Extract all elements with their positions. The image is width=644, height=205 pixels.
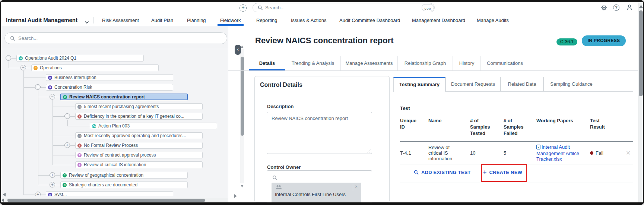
tab-relationship-graph[interactable]: Relationship Graph: [398, 56, 453, 70]
tree-node-concentration-risk[interactable]: RConcentration Risk: [46, 84, 173, 91]
tree-connector: [53, 136, 75, 136]
excel-file-icon: x: [536, 145, 540, 151]
tab-manage-assessments[interactable]: Manage Assessments: [341, 56, 398, 70]
tab-document-requests[interactable]: Document Requests: [445, 77, 501, 91]
tree-connector: [38, 97, 50, 97]
tree-node-operations[interactable]: POperations: [31, 64, 159, 71]
nav-item-fieldwork[interactable]: Fieldwork: [218, 16, 244, 24]
scroll-left-icon[interactable]: [1, 198, 4, 202]
tab-related-data[interactable]: Related Data: [501, 77, 543, 91]
annotation-highlight-rectangle: [481, 164, 527, 182]
tree-connector: [67, 120, 68, 126]
tree-connector: [38, 91, 38, 185]
nav-item-issues-actions[interactable]: Issues & Actions: [288, 16, 329, 24]
working-paper-link[interactable]: x Internal Audit Management Artilce Trac…: [536, 144, 589, 162]
tree-connector: [38, 175, 50, 176]
tree-node-strategic-charters-are-documented[interactable]: CStrategic charters are documented: [60, 182, 188, 188]
collapse-panel-handle[interactable]: ‹: [235, 45, 241, 55]
column-header-label: Name: [428, 117, 466, 124]
collapse-toggle[interactable]: −: [64, 113, 70, 119]
code-badge: C-36.1: [556, 38, 577, 45]
app-title[interactable]: Internal Audit Management: [6, 17, 77, 23]
tree-node-review-of-geographical-concentration[interactable]: CReview of geographical concentration: [60, 172, 188, 179]
control-icon: C: [63, 183, 67, 187]
expand-toggle[interactable]: +: [35, 192, 41, 196]
expand-toggle[interactable]: +: [64, 142, 70, 148]
nav-item-management-dashboard[interactable]: Management Dashboard: [409, 16, 468, 24]
status-badge[interactable]: IN PROGRESS: [582, 35, 626, 46]
tree-node-label: Action Plan 003: [98, 123, 130, 129]
scroll-right-icon[interactable]: [234, 194, 237, 198]
expand-toggle[interactable]: +: [50, 182, 55, 187]
corrective-action-icon: CA: [92, 124, 96, 128]
collapse-toggle[interactable]: −: [35, 84, 41, 90]
column-header-of-samples-tested: # of Samples Tested: [470, 117, 504, 136]
tree-node-business-interruption[interactable]: RBusiness Interruption: [46, 74, 173, 81]
tree-node-no-formal-review-process[interactable]: INo Formal Review Process: [75, 142, 203, 149]
audit-icon: IA: [19, 56, 23, 60]
add-existing-test-button[interactable]: ADD EXISTING TEST: [414, 168, 471, 176]
tree-node-label: Strategic charters are documented: [69, 182, 137, 187]
resize-grip-icon[interactable]: [367, 149, 371, 152]
control-details-card: Control Details Description Review NAICS…: [254, 76, 390, 202]
description-label: Description: [267, 104, 294, 109]
help-button[interactable]: ?: [613, 4, 619, 11]
tab-communications[interactable]: Communications: [481, 56, 529, 70]
tree-node-review-naics-concentration-report[interactable]: CReview NAICS concentration report: [60, 94, 188, 100]
test-table-row[interactable]: T-4.1 Review of critical IS information …: [400, 142, 633, 163]
nav-item-risk-assessment[interactable]: Risk Assessment: [99, 16, 142, 24]
collapse-toggle[interactable]: −: [20, 65, 26, 70]
tree-connector: [53, 116, 64, 117]
risk-icon: R: [77, 134, 82, 138]
tree-connector: [41, 87, 46, 88]
tree-node-5-most-recent-purchasing-agreements[interactable]: R5 most recent purchasing agreements: [75, 103, 203, 110]
risk-icon: R: [48, 193, 52, 196]
global-search-input[interactable]: Search...: [253, 3, 435, 12]
scroll-up-icon[interactable]: [639, 5, 643, 8]
tab-details[interactable]: Details: [249, 56, 285, 70]
delete-test-button[interactable]: ✕: [626, 149, 633, 157]
nav-item-manage-audits[interactable]: Manage Audits: [474, 16, 511, 24]
remove-owner-icon[interactable]: ×: [355, 184, 358, 189]
control-owner-label: Control Owner: [267, 164, 301, 170]
nav-item-audit-committee-dashboard[interactable]: Audit Committee Dashboard: [337, 16, 403, 24]
tree-connector: [23, 195, 35, 195]
tree-search-input[interactable]: Search...: [4, 32, 227, 44]
scroll-down-icon[interactable]: [241, 185, 244, 187]
table-header-rule: [400, 141, 633, 142]
people-icon: [275, 184, 282, 191]
tree-node-review-of-critical-is-information[interactable]: TReview of critical IS information: [75, 161, 203, 168]
tab-testing-summary[interactable]: Testing Summary: [393, 77, 445, 92]
search-options-button[interactable]: ooo: [422, 4, 434, 11]
window-vscrollbar-thumb[interactable]: [639, 10, 643, 96]
settings-button[interactable]: [600, 4, 607, 13]
collapse-toggle[interactable]: −: [50, 94, 55, 100]
add-record-button[interactable]: +: [239, 4, 247, 12]
tree-node-operations-audit-2024-q1[interactable]: IAOperations Audit 2024 Q1: [16, 55, 144, 62]
scroll-left-icon[interactable]: [3, 193, 6, 196]
scroll-up-icon[interactable]: [241, 45, 244, 48]
tree-node-review-of-contract-approval-process[interactable]: TReview of contract approval process: [75, 152, 203, 158]
tree-node-syst[interactable]: RSyst...: [46, 191, 173, 196]
description-textarea[interactable]: Review NAICS concentration report: [267, 112, 372, 154]
chevron-down-icon[interactable]: [85, 19, 89, 25]
control-owner-field[interactable]: × Internal Controls First Line Users: [267, 170, 372, 204]
tab-history[interactable]: History: [453, 56, 481, 70]
column-header-label: # of Samples Failed: [504, 117, 527, 136]
nav-item-reporting[interactable]: Reporting: [254, 16, 280, 24]
nav-item-planning[interactable]: Planning: [184, 16, 209, 24]
tree-node-label: Review of contract approval process: [84, 152, 156, 158]
chevron-left-icon: ‹: [237, 46, 239, 52]
window-frame-bottom: [0, 202, 644, 205]
collapse-toggle[interactable]: −: [6, 55, 11, 61]
cell-name: Review of critical IS information: [428, 145, 470, 161]
tree-node-deficiency-in-the-operation-of-a-key-it-general-co[interactable]: IDeficiency in the operation of a key IT…: [75, 113, 203, 120]
tree-node-action-plan-003[interactable]: CAAction Plan 003: [90, 123, 217, 129]
nav-item-audit-plan[interactable]: Audit Plan: [149, 16, 176, 24]
expand-toggle[interactable]: +: [50, 172, 55, 178]
tree-node-most-recently-approved-operating-and-procedures[interactable]: RMost recently approved operating and pr…: [75, 132, 203, 139]
account-button[interactable]: [626, 4, 633, 12]
tree-hscrollbar-thumb[interactable]: [7, 199, 205, 202]
tab-sampling-guidance[interactable]: Sampling Guidance: [543, 77, 599, 91]
tab-trending-analysis[interactable]: Trending & Analysis: [285, 56, 341, 70]
